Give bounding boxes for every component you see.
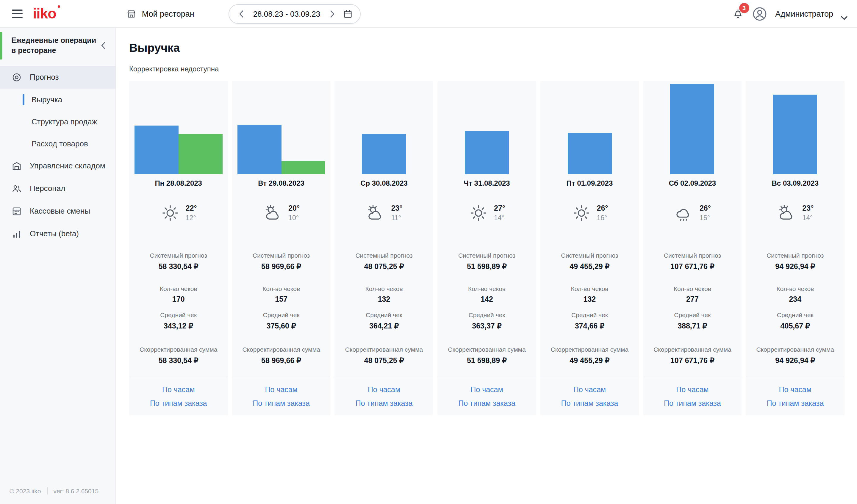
avg-check-label: Средний чек (540, 311, 639, 318)
avg-check-value: 374,66 ₽ (540, 321, 639, 330)
avg-check-stat: Средний чек 375,60 ₽ (232, 311, 330, 330)
temp-high: 22° (186, 204, 197, 213)
main-content: Выручка Корректировка недоступна Пн 28.0… (117, 28, 857, 504)
system-forecast-label: Системный прогноз (746, 252, 844, 259)
corrected-sum-stat: Скорректированная сумма 48 075,25 ₽ (335, 346, 433, 365)
day-date-label: Вт 29.08.2023 (232, 179, 330, 187)
day-date-label: Ср 30.08.2023 (335, 179, 433, 187)
sidebar-item-forecast[interactable]: Прогноз (0, 66, 116, 89)
corrected-sum-stat: Скорректированная сумма 58 969,66 ₽ (232, 346, 330, 365)
restaurant-selector[interactable]: Мой ресторан (127, 9, 194, 19)
by-order-types-link[interactable]: По типам заказа (437, 396, 536, 410)
sidebar-item-revenue[interactable]: Выручка (0, 89, 116, 111)
sidebar-item-cash-shifts[interactable]: Кассовые смены (0, 200, 116, 222)
checks-count-label: Кол-во чеков (540, 285, 639, 292)
corrected-sum-label: Скорректированная сумма (540, 346, 639, 353)
weather-block: 22° 12° (129, 201, 228, 225)
collapse-sidebar-button[interactable] (98, 40, 108, 51)
card-links: По часам По типам заказа (437, 377, 536, 410)
day-date-label: Пт 01.09.2023 (540, 179, 639, 187)
date-range-picker[interactable]: 28.08.23 - 03.09.23 (229, 4, 361, 23)
avg-check-label: Средний чек (437, 311, 536, 318)
user-name[interactable]: Администратор (775, 9, 833, 18)
by-hours-link[interactable]: По часам (129, 383, 228, 396)
temperatures: 23° 11° (391, 204, 403, 222)
iiko-logo[interactable]: iiko (33, 6, 56, 21)
checks-count-label: Кол-во чеков (437, 285, 536, 292)
corrected-sum-stat: Скорректированная сумма 94 926,94 ₽ (746, 346, 844, 365)
by-hours-link[interactable]: По часам (232, 383, 330, 396)
checks-count-value: 157 (232, 295, 330, 303)
forecast-bar (135, 125, 179, 174)
corrected-sum-value: 107 671,76 ₽ (643, 356, 741, 365)
hamburger-menu-button[interactable] (12, 10, 22, 18)
logo-mark (58, 5, 61, 8)
by-order-types-link[interactable]: По типам заказа (232, 396, 330, 410)
sidebar-section-title: Ежедневные операции в ресторане (11, 36, 98, 56)
by-hours-link[interactable]: По часам (335, 383, 433, 396)
system-forecast-value: 58 330,54 ₽ (129, 262, 228, 271)
weather-block: 26° 15° (643, 201, 741, 225)
by-hours-link[interactable]: По часам (643, 383, 741, 396)
checks-count-label: Кол-во чеков (232, 285, 330, 292)
copyright-text: © 2023 iiko (10, 487, 41, 494)
sidebar-item-label: Кассовые смены (30, 207, 90, 216)
by-order-types-link[interactable]: По типам заказа (129, 396, 228, 410)
forecast-bar (362, 134, 406, 174)
avg-check-label: Средний чек (643, 311, 741, 318)
system-forecast-stat: Системный прогноз 58 330,54 ₽ (129, 252, 228, 271)
forecast-bar (465, 131, 509, 174)
corrected-sum-stat: Скорректированная сумма 58 330,54 ₽ (129, 346, 228, 365)
forecast-bar (773, 95, 817, 174)
card-links: По часам По типам заказа (643, 377, 741, 410)
sidebar-item-staff[interactable]: Персонал (0, 177, 116, 200)
by-order-types-link[interactable]: По типам заказа (540, 396, 639, 410)
sidebar-item-reports[interactable]: Отчеты (beta) (0, 222, 116, 245)
system-forecast-value: 48 075,25 ₽ (335, 262, 433, 271)
checks-count-stat: Кол-во чеков 277 (643, 285, 741, 303)
warehouse-icon (11, 161, 22, 171)
by-hours-link[interactable]: По часам (746, 383, 844, 396)
by-order-types-link[interactable]: По типам заказа (746, 396, 844, 410)
system-forecast-label: Системный прогноз (540, 252, 639, 259)
by-order-types-link[interactable]: По типам заказа (643, 396, 741, 410)
next-period-button[interactable] (327, 9, 337, 18)
checks-count-label: Кол-во чеков (129, 285, 228, 292)
sidebar-item-label: Структура продаж (32, 117, 97, 126)
corrected-sum-value: 48 075,25 ₽ (335, 356, 433, 365)
sidebar-item-goods-consumption[interactable]: Расход товаров (0, 133, 116, 155)
calendar-icon[interactable] (343, 9, 353, 19)
by-order-types-link[interactable]: По типам заказа (335, 396, 433, 410)
temp-low: 10° (288, 213, 300, 222)
sidebar-item-warehouse[interactable]: Управление складом (0, 155, 116, 177)
by-hours-link[interactable]: По часам (540, 383, 639, 396)
sidebar-item-label: Расход товаров (32, 139, 88, 148)
cloud-sun-icon (366, 203, 386, 223)
checks-count-stat: Кол-во чеков 132 (540, 285, 639, 303)
corrected-sum-value: 58 330,54 ₽ (129, 356, 228, 365)
day-bar-chart (540, 81, 639, 174)
day-bar-chart (335, 81, 433, 174)
system-forecast-value: 51 598,89 ₽ (437, 262, 536, 271)
user-avatar[interactable] (751, 6, 768, 22)
temp-low: 14° (494, 213, 505, 222)
avg-check-label: Средний чек (335, 311, 433, 318)
checks-count-value: 170 (129, 295, 228, 303)
system-forecast-value: 94 926,94 ₽ (746, 262, 844, 271)
checks-count-stat: Кол-во чеков 132 (335, 285, 433, 303)
corrected-sum-label: Скорректированная сумма (643, 346, 741, 353)
temperatures: 22° 12° (186, 204, 197, 222)
corrected-sum-value: 58 969,66 ₽ (232, 356, 330, 365)
system-forecast-stat: Системный прогноз 48 075,25 ₽ (335, 252, 433, 271)
avg-check-value: 343,12 ₽ (129, 321, 228, 330)
chevron-down-icon[interactable] (841, 12, 847, 16)
cloud-rain-icon (674, 203, 694, 223)
sidebar-item-label: Выручка (32, 95, 62, 104)
system-forecast-stat: Системный прогноз 51 598,89 ₽ (437, 252, 536, 271)
notifications-button[interactable]: 3 (732, 8, 744, 20)
temperatures: 20° 10° (288, 204, 300, 222)
system-forecast-stat: Системный прогноз 58 969,66 ₽ (232, 252, 330, 271)
prev-period-button[interactable] (237, 9, 246, 18)
by-hours-link[interactable]: По часам (437, 383, 536, 396)
sidebar-item-sales-structure[interactable]: Структура продаж (0, 111, 116, 133)
